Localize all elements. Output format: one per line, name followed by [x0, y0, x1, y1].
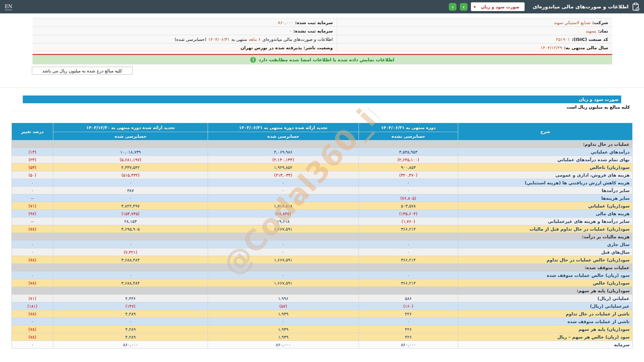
header-audit-status-yearend: حسابرسی شده	[53, 132, 208, 140]
value-cell: (۱,۷۶۰)	[359, 218, 458, 225]
statement-row: سود (زيان) خالص هر سهم – ريال۴۲۶۱,۹۳۹۴,۲…	[12, 333, 633, 341]
percent-change-cell: (۷۸)	[12, 279, 53, 287]
value-cell	[53, 140, 208, 148]
value-cell	[208, 140, 359, 148]
value-cell: ۱,۹۳۹	[208, 310, 359, 318]
value-cell: (۷,۴۲۱)	[53, 248, 208, 256]
value-cell	[359, 264, 458, 272]
company-info-value: پذيرفته شده در بورس تهران	[240, 45, 302, 50]
statement-row: سال جاري۰۰۰۰	[12, 241, 633, 248]
company-info-label: سرمایه ثبت نشده:	[293, 28, 333, 34]
income-statement-table: شرح دوره منتهی به ۱۴۰۴/۰۶/۳۱ تجدید ارائه…	[11, 123, 633, 349]
section-row: عملیات در حال تداوم:	[12, 140, 633, 148]
row-label: غيرعملياتي (ريال)	[458, 302, 632, 310]
statement-row: هزينه های مالی(۱۳۵,۶۰۴)(۶۸,۸۴۵)(۱۵۴,۷۴۵)…	[12, 210, 633, 218]
company-info-value: (حسابرسی شده)	[175, 37, 207, 42]
company-info-row: سرمایه ثبت نشده:۰	[33, 27, 337, 35]
row-label: سرمايه	[458, 341, 632, 349]
statement-row: سال‌هاي قبل۰۰(۷,۴۲۱)۰	[12, 248, 633, 256]
row-label: درآمدهاي عملياتي	[458, 148, 632, 156]
statement-row: غيرعملياتي (ريال)(۱۶۰)(۵۷)(۱۴۷)(۱۸۱)	[12, 302, 633, 310]
value-cell: ۰	[359, 248, 458, 256]
value-cell: (۶۸,۸۴۵)	[208, 210, 359, 218]
value-cell: (۵,۶۸۱,۱۹۷)	[53, 156, 208, 164]
company-info-row: کد صنعت (ISIC):۲۵۱۹۰۱	[337, 35, 612, 44]
percent-change-cell: --	[12, 194, 53, 202]
report-title-bar: صورت سود و زیان	[23, 96, 621, 103]
percent-change-cell: (۵۰)	[12, 171, 53, 179]
company-info-label: سرمایه ثبت شده:	[295, 20, 333, 25]
statement-row: سرمايه۸۶۰,۰۰۰۸۶۰,۰۰۰۸۶۰,۰۰۰۰	[12, 341, 633, 349]
prev-statement-button[interactable]: ‹	[449, 3, 457, 11]
value-cell: ۸۶۰,۰۰۰	[53, 341, 208, 349]
percent-change-cell: ۰	[12, 341, 53, 349]
percent-change-cell: ۰	[12, 248, 53, 256]
value-cell: ۹۰۰,۸۵۳	[359, 164, 458, 171]
row-label: سایر هزینه‌ها	[458, 194, 632, 202]
value-cell: ۰	[359, 241, 458, 248]
company-info-label: نماد:	[598, 28, 608, 34]
row-label: سایر درآمدها	[458, 187, 632, 194]
value-cell: ۰	[208, 241, 359, 248]
statement-row: سود(زيان) عمليات در حال تداوم قبل از مال…	[12, 225, 633, 233]
value-cell: ۱,۶۶۷,۵۹۱	[208, 256, 359, 264]
value-cell: ۳۶۶,۲۱۴	[359, 225, 458, 233]
value-cell: ۰	[53, 241, 208, 248]
value-cell	[53, 287, 208, 295]
statement-row: سود(زيان) عملياتي۵۰۳,۵۷۸۱,۷۱۶,۸۱۸۳,۸۲۲,۴…	[12, 202, 633, 210]
percent-change-cell: (۷۸)	[12, 225, 53, 233]
value-cell	[359, 233, 458, 241]
company-info-value: اطلاعات و صورت‌های مالی میاندوره‌ای	[262, 37, 333, 42]
value-cell: (۱۶۰)	[359, 302, 458, 310]
value-cell: ۳,۶۸۸,۴۸۴	[53, 279, 208, 287]
value-cell: ۱,۹۲۹,۸۵۲	[208, 164, 359, 171]
statement-row: سود(زيان) پايه هر سهم۴۲۶۱,۹۳۹۴,۲۸۹(۷۸)	[12, 325, 633, 333]
value-cell: ۴۲۶	[359, 325, 458, 333]
section-row: هزينه ماليات بر درآمد:	[12, 233, 633, 241]
percent-change-cell: ۰	[12, 318, 53, 325]
report-subtitle: کلیه مبالغ به میلیون ریال است	[11, 103, 633, 111]
value-cell: ۱۰,۰۱۸,۷۳۹	[53, 148, 208, 156]
row-label: ناشي از عمليات در حال تداوم	[458, 310, 632, 318]
value-cell: ۱,۹۳۹	[208, 325, 359, 333]
value-cell: ۰	[359, 187, 458, 194]
row-label: هزينه های فروش، اداری و عمومی	[458, 171, 632, 179]
value-cell: ۱۹,۶۱۸	[208, 218, 359, 225]
value-cell: (۳۲۰,۴۷۰)	[359, 171, 458, 179]
company-info-label: کد صنعت (ISIC):	[572, 37, 608, 42]
company-info-row: سال مالی منتهی به:۱۴۰۴/۱۲/۲۹	[337, 44, 612, 52]
percent-change-cell: (۲۴)	[12, 156, 53, 164]
section-row: سود(زيان) پايه هر سهم:	[12, 287, 633, 295]
report-type-value: صورت سود و زیان	[479, 4, 522, 9]
page-divider	[0, 87, 644, 88]
next-statement-button[interactable]: ›	[460, 3, 468, 11]
row-label: سود (زيان) خالص عمليات متوقف شده	[458, 272, 632, 279]
company-info-label: سال مالی منتهی به:	[564, 45, 608, 50]
percent-change-cell: (۹۷)	[12, 210, 53, 218]
company-info-right-column: شرکت:صنايع لاستيکي سهندنماد:پسهندکد صنعت…	[337, 18, 612, 52]
value-cell: (۵۱۵,۴۳۲)	[53, 171, 208, 179]
page: اطلاعات و صورت‌های مالی میاندوره‌ای ▾ صو…	[0, 0, 644, 362]
row-label: ناشي از عمليات متوقف شده	[458, 318, 632, 325]
row-label: هزينه های مالی	[458, 210, 632, 218]
value-cell: ۳۶۶,۲۱۴	[359, 279, 458, 287]
value-cell: ۱,۹۳۹	[208, 333, 359, 341]
value-cell: ۳,۶۸۸,۴۸۴	[53, 256, 208, 264]
percent-change-cell: (۷۸)	[12, 310, 53, 318]
percent-change-cell: (۷۱)	[12, 295, 53, 302]
percent-change-cell: (۷۸)	[12, 333, 53, 341]
company-info-value: ۸۶۰,۰۰۰	[278, 20, 293, 25]
value-cell: ۴,۲۸۹	[53, 333, 208, 341]
header-audit-status-prior: حسابرسی شده	[208, 132, 359, 140]
report-type-select[interactable]: ▾ صورت سود و زیان	[471, 2, 525, 11]
value-cell: ۳۶۶,۲۱۴	[359, 256, 458, 264]
company-info-row: سرمایه ثبت شده:۸۶۰,۰۰۰	[33, 18, 337, 27]
company-info-row: نماد:پسهند	[337, 27, 612, 35]
statement-row: سود(زيان) ناخالص۹۰۰,۸۵۳۱,۹۲۹,۸۵۲۴,۳۳۷,۵۴…	[12, 164, 633, 171]
company-info-value: ۱۴۰۴/۱۲/۲۹	[541, 45, 562, 50]
percent-change-cell: (۷۱)	[12, 202, 53, 210]
row-label: سود(زيان) ناخالص	[458, 164, 632, 171]
value-cell: ۰	[53, 318, 208, 325]
row-label: سود(زيان) خالص	[458, 279, 632, 287]
language-toggle-en[interactable]: EN	[5, 4, 12, 10]
